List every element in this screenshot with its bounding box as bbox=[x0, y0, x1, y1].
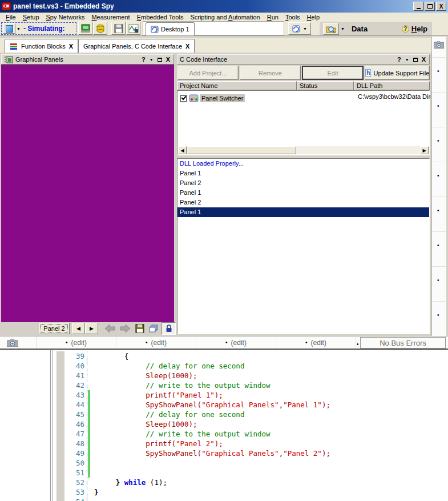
panel-maximize-icon[interactable] bbox=[413, 58, 418, 62]
scrollbar-thumb[interactable] bbox=[188, 146, 296, 154]
edit-button[interactable]: Edit bbox=[302, 66, 364, 80]
menu-item-tools[interactable]: Tools bbox=[282, 14, 304, 21]
panel-prev-button[interactable]: ◀ bbox=[72, 323, 85, 334]
tab-function-blocks[interactable]: Function Blocks X bbox=[5, 39, 78, 53]
code-line[interactable]: 39 { bbox=[56, 351, 448, 361]
help-label[interactable]: Help bbox=[411, 25, 427, 33]
data-search-button[interactable] bbox=[323, 23, 339, 35]
title-bar[interactable]: panel test.vs3 - Embedded Spy X bbox=[0, 0, 448, 13]
panels-list-button[interactable] bbox=[147, 322, 161, 335]
table-row[interactable]: Panel Switcher C:\vspy3\bcbw32\Data Dire bbox=[180, 93, 245, 103]
save-panel-button[interactable] bbox=[132, 322, 147, 335]
panel-maximize-icon[interactable] bbox=[158, 58, 162, 62]
code-line[interactable]: 51 bbox=[56, 468, 448, 478]
update-support-files-button[interactable]: h Update Support Files bbox=[365, 66, 430, 80]
horizontal-scrollbar[interactable]: ◀ ▶ bbox=[178, 146, 429, 154]
code-editor[interactable]: 39 {40 // delay for one second41 Sleep(1… bbox=[0, 350, 448, 501]
minimize-button[interactable] bbox=[413, 2, 423, 11]
output-item[interactable]: Panel 1 bbox=[177, 169, 429, 178]
no-bus-errors-indicator: No Bus Errors bbox=[360, 337, 446, 348]
application-window: panel test.vs3 - Embedded Spy X FileSetu… bbox=[0, 0, 448, 501]
side-strip-bullet: • bbox=[437, 138, 439, 144]
app-icon bbox=[2, 2, 11, 10]
checkbox-checked-icon[interactable] bbox=[180, 95, 187, 102]
output-item[interactable]: Panel 2 bbox=[177, 178, 429, 188]
line-number: 44 bbox=[64, 400, 87, 410]
panel-pin-icon[interactable]: ▼ bbox=[405, 58, 409, 62]
output-item[interactable]: Panel 1 bbox=[177, 188, 429, 198]
close-tab-icon[interactable]: X bbox=[185, 43, 189, 50]
back-button[interactable] bbox=[103, 322, 117, 335]
code-line[interactable]: 48 printf("Panel 2"); bbox=[56, 439, 448, 448]
column-header-status[interactable]: Status bbox=[297, 81, 354, 90]
output-item[interactable]: Panel 2 bbox=[177, 198, 429, 207]
add-project-button[interactable]: Add Project... bbox=[177, 66, 239, 80]
panel-next-button[interactable]: ▶ bbox=[85, 323, 98, 334]
side-strip-cell: • bbox=[432, 127, 446, 162]
menu-item-setup[interactable]: Setup bbox=[19, 14, 43, 21]
panel-pin-icon[interactable]: ▼ bbox=[150, 58, 154, 62]
menu-item-scripting-and-automation[interactable]: Scripting and Automation bbox=[187, 14, 263, 21]
code-line[interactable]: 47 // write to the output window bbox=[56, 429, 448, 439]
panel-close-icon[interactable]: X bbox=[422, 56, 426, 63]
chevron-down-icon[interactable]: ▼ bbox=[341, 27, 345, 31]
code-line[interactable]: 43 printf("Panel 1"); bbox=[56, 390, 448, 400]
remove-button[interactable]: Remove bbox=[240, 66, 301, 80]
code-gutter bbox=[56, 468, 64, 478]
graphical-panel-canvas[interactable] bbox=[1, 65, 174, 322]
column-header-project-name[interactable]: Project Name bbox=[177, 81, 297, 90]
menu-item-embedded-tools[interactable]: Embedded Tools bbox=[134, 14, 187, 21]
desktop-tab[interactable]: Desktop 1 bbox=[146, 22, 195, 35]
save-toolbar-button[interactable] bbox=[111, 22, 126, 35]
panel-close-icon[interactable]: X bbox=[166, 56, 170, 63]
code-line[interactable]: 53} bbox=[56, 487, 448, 497]
code-line[interactable]: 40 // delay for one second bbox=[56, 361, 448, 371]
code-line[interactable]: 49 SpyShowPanel("Graphical Panels","Pane… bbox=[56, 448, 448, 458]
forward-button[interactable] bbox=[118, 322, 132, 335]
simulation-mode-button[interactable] bbox=[3, 23, 15, 34]
column-header-dll-path[interactable]: DLL Path bbox=[354, 81, 430, 90]
code-line[interactable]: 45 // delay for one second bbox=[56, 410, 448, 419]
lock-button[interactable] bbox=[162, 322, 176, 335]
output-item[interactable]: Panel 1 bbox=[177, 207, 429, 217]
database-button[interactable] bbox=[93, 22, 107, 35]
menu-item-file[interactable]: File bbox=[2, 14, 19, 21]
menu-item-spy-networks[interactable]: Spy Networks bbox=[43, 14, 88, 21]
code-line[interactable]: 41 Sleep(1000); bbox=[56, 371, 448, 380]
menu-item-run[interactable]: Run bbox=[264, 14, 282, 21]
code-line[interactable]: 42 // write to the output window bbox=[56, 380, 448, 390]
code-line[interactable]: 52 } while (1); bbox=[56, 478, 448, 487]
close-tab-icon[interactable]: X bbox=[69, 43, 73, 50]
scroll-left-button[interactable]: ◀ bbox=[178, 146, 187, 154]
code-text: printf("Panel 1"); bbox=[91, 390, 223, 400]
panel-help-icon[interactable]: ? bbox=[397, 56, 401, 63]
code-line[interactable]: 54 bbox=[56, 497, 448, 501]
panel-tab-button[interactable]: Panel 2 bbox=[39, 323, 70, 334]
chevron-down-icon[interactable]: ▼ bbox=[17, 27, 21, 31]
scope-view-button[interactable] bbox=[126, 22, 140, 35]
output-item[interactable]: DLL Loaded Properly... bbox=[177, 159, 429, 169]
window-title: panel test.vs3 - Embedded Spy bbox=[13, 2, 412, 10]
camera-icon[interactable] bbox=[7, 339, 18, 347]
hardware-button[interactable] bbox=[78, 22, 92, 35]
graphical-panels-header[interactable]: Graphical Panels ? ▼ X bbox=[1, 54, 174, 65]
camera-icon[interactable] bbox=[434, 41, 444, 49]
data-label[interactable]: Data bbox=[352, 25, 368, 33]
panel-help-icon[interactable]: ? bbox=[142, 56, 146, 63]
scroll-right-button[interactable]: ▶ bbox=[420, 146, 429, 154]
status-edit-cell: •(edit) bbox=[37, 336, 116, 348]
menu-item-help[interactable]: Help bbox=[304, 14, 324, 21]
code-line[interactable]: 44 SpyShowPanel("Graphical Panels","Pane… bbox=[56, 400, 448, 410]
view-switch-button[interactable]: ▼ bbox=[288, 22, 311, 35]
code-line[interactable]: 46 Sleep(1000); bbox=[56, 419, 448, 429]
close-button[interactable]: X bbox=[436, 2, 446, 11]
code-gutter bbox=[56, 448, 64, 458]
editor-splitter[interactable] bbox=[50, 350, 53, 501]
code-line[interactable]: 50 bbox=[56, 458, 448, 468]
tab-graphical-panels-ccode[interactable]: Graphical Panels, C Code Interface X bbox=[78, 39, 195, 53]
c-code-interface-header[interactable]: C Code Interface ? ▼ X bbox=[177, 54, 430, 65]
menu-item-measurement[interactable]: Measurement bbox=[88, 14, 133, 21]
status-edit-cell: •(edit) bbox=[116, 336, 196, 348]
minimize-icon bbox=[417, 8, 421, 9]
maximize-button[interactable] bbox=[425, 2, 435, 11]
